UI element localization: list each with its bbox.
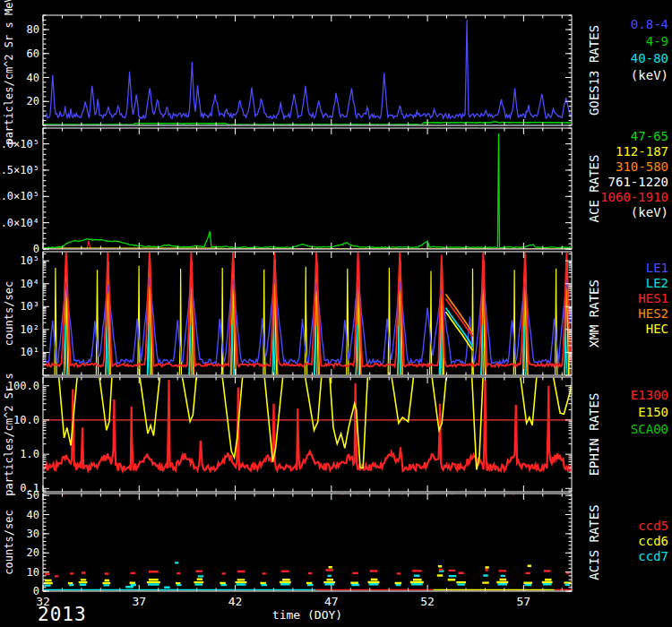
series-ephin-E1300	[43, 380, 572, 471]
panel-frame-ace	[43, 128, 572, 249]
x-axis-title: time (DOY)	[43, 608, 572, 622]
y-tick-label: 2.0×10⁵	[0, 138, 39, 150]
y-axis-title-acis: counts/sec	[3, 510, 15, 574]
x-tick-label: 47	[324, 595, 339, 608]
legend-ephin-E1300: E1300	[631, 388, 668, 402]
legend-xmm-HES1: HES1	[638, 291, 668, 305]
legend-goes13-49: 4-9	[646, 34, 668, 48]
y-axis-title-xmm: counts/sec	[3, 281, 15, 346]
y-tick-label: 10¹	[20, 346, 39, 358]
y-tick-label: 30	[27, 528, 39, 540]
y-axis-title-goes13: particles/cm^2 Sr s MeV	[3, 0, 15, 145]
series-ace-47-65	[43, 133, 572, 248]
y-tick-label: 20	[27, 95, 39, 107]
panel-title-xmm: XMM RATES	[587, 279, 601, 348]
panel-series-ace	[43, 133, 572, 249]
legend-goes13-keV: (keV)	[631, 68, 668, 82]
legend-acis-ccd5: ccd5	[638, 519, 668, 533]
panel-xmm: 10¹10²10³10⁴10⁵counts/secXMM RATESLE1LE2…	[3, 250, 668, 391]
panel-title-acis: ACIS RATES	[587, 504, 601, 580]
y-tick-label: 10	[27, 566, 39, 579]
legend-goes13-4080: 40-80	[631, 51, 668, 65]
legend-xmm-HEC: HEC	[646, 322, 668, 336]
x-tick-label: 37	[132, 595, 146, 608]
legend-acis-ccd6: ccd6	[638, 534, 668, 548]
panel-frame-goes13	[43, 15, 572, 125]
legend-ace-112187: 112-187	[616, 144, 668, 159]
multi-panel-chart: 20406080particles/cm^2 Sr s MeVGOES13 RA…	[0, 0, 672, 627]
y-tick-label: 40	[27, 72, 39, 84]
panel-series-acis	[43, 494, 572, 590]
panel-frame-acis	[43, 494, 572, 591]
series-xmm-HEC	[43, 261, 572, 389]
legend-xmm-LE1: LE1	[646, 261, 668, 275]
legend-ace-keV: (keV)	[631, 205, 668, 219]
y-tick-label: 1.0	[20, 448, 39, 460]
panel-frame-xmm	[43, 252, 572, 375]
y-tick-label: 1.5×10⁵	[0, 164, 39, 176]
legend-ace-4765: 47-65	[631, 129, 668, 143]
legend-ace-310580: 310-580	[616, 159, 668, 174]
y-tick-label: 10⁴	[20, 278, 39, 290]
panel-series-xmm	[43, 250, 572, 391]
legend-goes13-084: 0.8-4	[631, 17, 668, 31]
x-tick-label: 57	[517, 595, 531, 608]
legend-ephin-SCA00: SCA00	[631, 422, 668, 436]
y-tick-label: 50	[27, 489, 39, 502]
year-label: 2013	[38, 604, 87, 625]
panel-ace: 05.0×10⁴1.0×10⁵1.5×10⁵2.0×10⁵ACE RATES47…	[0, 128, 668, 255]
radiation-monitor-plot: 20406080particles/cm^2 Sr s MeVGOES13 RA…	[0, 0, 672, 627]
y-tick-label: 40	[27, 509, 39, 521]
panel-series-goes13	[43, 20, 572, 125]
panel-frame-ephin	[43, 377, 572, 492]
y-axis-title-ephin: particles/cm^2 Sr s	[3, 373, 15, 495]
y-tick-label: 10⁵	[20, 254, 39, 267]
panel-title-ephin: EPHIN RATES	[587, 393, 601, 477]
panel-title-ace: ACE RATES	[587, 155, 601, 223]
y-tick-label: 10²	[20, 323, 39, 336]
x-tick-label: 42	[228, 595, 243, 608]
legend-ace-7611220: 761-1220	[608, 175, 668, 189]
panel-ephin: 0.11.010.0100.0particles/cm^2 Sr sEPHIN …	[3, 373, 668, 496]
y-tick-label: 1.0×10⁵	[0, 190, 39, 202]
legend-xmm-HES2: HES2	[638, 306, 668, 321]
y-tick-label: 10.0	[13, 414, 39, 426]
legend-ephin-E150: E150	[638, 405, 668, 419]
legend-acis-ccd7: ccd7	[638, 549, 668, 563]
legend-xmm-LE2: LE2	[646, 276, 668, 290]
y-tick-label: 10³	[20, 300, 39, 313]
panel-series-ephin	[43, 373, 572, 471]
y-tick-label: 60	[27, 47, 39, 60]
panel-goes13: 20406080particles/cm^2 Sr s MeVGOES13 RA…	[3, 0, 668, 145]
y-tick-label: 5.0×10⁴	[0, 217, 39, 229]
y-tick-label: 0	[33, 243, 39, 255]
y-tick-label: 80	[27, 23, 39, 36]
y-tick-label: 20	[27, 546, 39, 559]
legend-ace-10601910: 1060-1910	[600, 190, 668, 204]
series-goes13-0.8-4	[43, 20, 572, 118]
panel-title-goes13: GOES13 RATES	[587, 25, 601, 116]
panel-acis: 01020304050counts/secACIS RATESccd5ccd6c…	[3, 489, 668, 597]
series-goes13-4-9	[43, 122, 572, 125]
x-tick-label: 52	[420, 595, 435, 608]
